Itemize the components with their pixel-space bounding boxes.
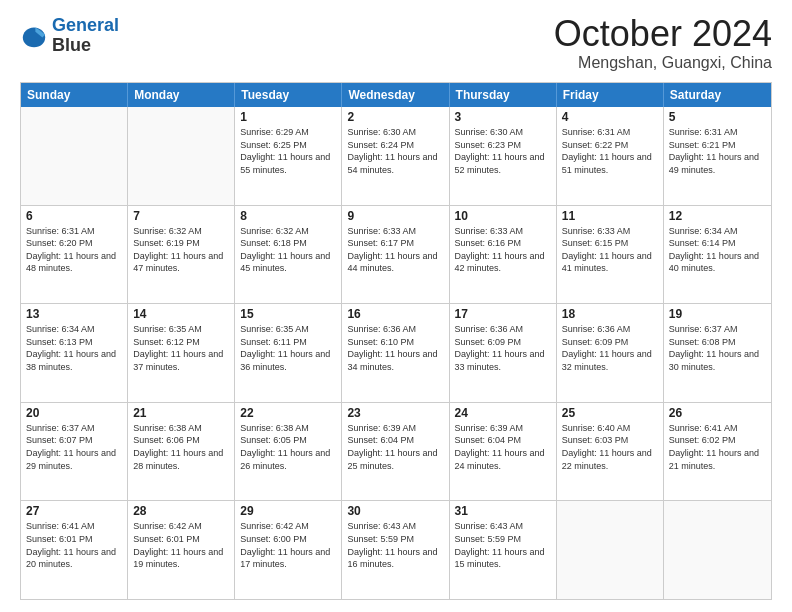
- calendar-row: 13Sunrise: 6:34 AM Sunset: 6:13 PM Dayli…: [21, 303, 771, 402]
- day-info: Sunrise: 6:35 AM Sunset: 6:11 PM Dayligh…: [240, 323, 336, 373]
- day-info: Sunrise: 6:33 AM Sunset: 6:17 PM Dayligh…: [347, 225, 443, 275]
- calendar-header-cell: Tuesday: [235, 83, 342, 107]
- day-info: Sunrise: 6:31 AM Sunset: 6:22 PM Dayligh…: [562, 126, 658, 176]
- day-info: Sunrise: 6:33 AM Sunset: 6:15 PM Dayligh…: [562, 225, 658, 275]
- calendar-cell: 17Sunrise: 6:36 AM Sunset: 6:09 PM Dayli…: [450, 304, 557, 402]
- day-info: Sunrise: 6:39 AM Sunset: 6:04 PM Dayligh…: [455, 422, 551, 472]
- calendar-header-cell: Saturday: [664, 83, 771, 107]
- calendar-cell: 3Sunrise: 6:30 AM Sunset: 6:23 PM Daylig…: [450, 107, 557, 205]
- day-number: 30: [347, 504, 443, 518]
- day-number: 31: [455, 504, 551, 518]
- calendar-cell: 13Sunrise: 6:34 AM Sunset: 6:13 PM Dayli…: [21, 304, 128, 402]
- day-info: Sunrise: 6:41 AM Sunset: 6:01 PM Dayligh…: [26, 520, 122, 570]
- calendar-body: 1Sunrise: 6:29 AM Sunset: 6:25 PM Daylig…: [21, 107, 771, 599]
- day-number: 16: [347, 307, 443, 321]
- day-number: 27: [26, 504, 122, 518]
- calendar-cell: 30Sunrise: 6:43 AM Sunset: 5:59 PM Dayli…: [342, 501, 449, 599]
- day-number: 21: [133, 406, 229, 420]
- day-number: 12: [669, 209, 766, 223]
- day-number: 6: [26, 209, 122, 223]
- logo-line1: General: [52, 15, 119, 35]
- page: General Blue October 2024 Mengshan, Guan…: [0, 0, 792, 612]
- day-info: Sunrise: 6:34 AM Sunset: 6:14 PM Dayligh…: [669, 225, 766, 275]
- day-info: Sunrise: 6:38 AM Sunset: 6:06 PM Dayligh…: [133, 422, 229, 472]
- day-info: Sunrise: 6:29 AM Sunset: 6:25 PM Dayligh…: [240, 126, 336, 176]
- day-number: 26: [669, 406, 766, 420]
- calendar-header-cell: Thursday: [450, 83, 557, 107]
- day-number: 22: [240, 406, 336, 420]
- calendar-cell: 27Sunrise: 6:41 AM Sunset: 6:01 PM Dayli…: [21, 501, 128, 599]
- day-info: Sunrise: 6:42 AM Sunset: 6:01 PM Dayligh…: [133, 520, 229, 570]
- day-info: Sunrise: 6:35 AM Sunset: 6:12 PM Dayligh…: [133, 323, 229, 373]
- day-number: 7: [133, 209, 229, 223]
- day-number: 23: [347, 406, 443, 420]
- calendar-cell: 10Sunrise: 6:33 AM Sunset: 6:16 PM Dayli…: [450, 206, 557, 304]
- calendar-cell: 19Sunrise: 6:37 AM Sunset: 6:08 PM Dayli…: [664, 304, 771, 402]
- calendar-header-cell: Friday: [557, 83, 664, 107]
- day-info: Sunrise: 6:42 AM Sunset: 6:00 PM Dayligh…: [240, 520, 336, 570]
- calendar-row: 6Sunrise: 6:31 AM Sunset: 6:20 PM Daylig…: [21, 205, 771, 304]
- day-number: 19: [669, 307, 766, 321]
- calendar-cell: 11Sunrise: 6:33 AM Sunset: 6:15 PM Dayli…: [557, 206, 664, 304]
- logo-icon: [20, 22, 48, 50]
- calendar-cell: 12Sunrise: 6:34 AM Sunset: 6:14 PM Dayli…: [664, 206, 771, 304]
- day-number: 14: [133, 307, 229, 321]
- day-info: Sunrise: 6:30 AM Sunset: 6:23 PM Dayligh…: [455, 126, 551, 176]
- day-number: 1: [240, 110, 336, 124]
- day-number: 9: [347, 209, 443, 223]
- calendar-cell: 29Sunrise: 6:42 AM Sunset: 6:00 PM Dayli…: [235, 501, 342, 599]
- day-number: 20: [26, 406, 122, 420]
- day-info: Sunrise: 6:36 AM Sunset: 6:10 PM Dayligh…: [347, 323, 443, 373]
- month-title: October 2024: [554, 16, 772, 52]
- calendar-cell: 28Sunrise: 6:42 AM Sunset: 6:01 PM Dayli…: [128, 501, 235, 599]
- calendar-header-row: SundayMondayTuesdayWednesdayThursdayFrid…: [21, 83, 771, 107]
- header: General Blue October 2024 Mengshan, Guan…: [20, 16, 772, 72]
- day-info: Sunrise: 6:37 AM Sunset: 6:08 PM Dayligh…: [669, 323, 766, 373]
- logo-line2: Blue: [52, 36, 119, 56]
- day-info: Sunrise: 6:38 AM Sunset: 6:05 PM Dayligh…: [240, 422, 336, 472]
- calendar-header-cell: Monday: [128, 83, 235, 107]
- calendar-header-cell: Sunday: [21, 83, 128, 107]
- calendar-header-cell: Wednesday: [342, 83, 449, 107]
- calendar-cell: 6Sunrise: 6:31 AM Sunset: 6:20 PM Daylig…: [21, 206, 128, 304]
- calendar-cell: 16Sunrise: 6:36 AM Sunset: 6:10 PM Dayli…: [342, 304, 449, 402]
- calendar-cell: 9Sunrise: 6:33 AM Sunset: 6:17 PM Daylig…: [342, 206, 449, 304]
- day-number: 29: [240, 504, 336, 518]
- day-info: Sunrise: 6:31 AM Sunset: 6:21 PM Dayligh…: [669, 126, 766, 176]
- calendar-cell: 1Sunrise: 6:29 AM Sunset: 6:25 PM Daylig…: [235, 107, 342, 205]
- calendar-cell: 18Sunrise: 6:36 AM Sunset: 6:09 PM Dayli…: [557, 304, 664, 402]
- day-info: Sunrise: 6:43 AM Sunset: 5:59 PM Dayligh…: [455, 520, 551, 570]
- calendar-cell: 26Sunrise: 6:41 AM Sunset: 6:02 PM Dayli…: [664, 403, 771, 501]
- day-number: 13: [26, 307, 122, 321]
- day-number: 18: [562, 307, 658, 321]
- day-info: Sunrise: 6:30 AM Sunset: 6:24 PM Dayligh…: [347, 126, 443, 176]
- day-info: Sunrise: 6:41 AM Sunset: 6:02 PM Dayligh…: [669, 422, 766, 472]
- day-number: 24: [455, 406, 551, 420]
- calendar-cell: 31Sunrise: 6:43 AM Sunset: 5:59 PM Dayli…: [450, 501, 557, 599]
- calendar-cell: [664, 501, 771, 599]
- calendar-cell: 25Sunrise: 6:40 AM Sunset: 6:03 PM Dayli…: [557, 403, 664, 501]
- calendar: SundayMondayTuesdayWednesdayThursdayFrid…: [20, 82, 772, 600]
- calendar-row: 20Sunrise: 6:37 AM Sunset: 6:07 PM Dayli…: [21, 402, 771, 501]
- day-number: 17: [455, 307, 551, 321]
- day-info: Sunrise: 6:36 AM Sunset: 6:09 PM Dayligh…: [562, 323, 658, 373]
- day-info: Sunrise: 6:32 AM Sunset: 6:18 PM Dayligh…: [240, 225, 336, 275]
- calendar-cell: 8Sunrise: 6:32 AM Sunset: 6:18 PM Daylig…: [235, 206, 342, 304]
- day-info: Sunrise: 6:40 AM Sunset: 6:03 PM Dayligh…: [562, 422, 658, 472]
- title-block: October 2024 Mengshan, Guangxi, China: [554, 16, 772, 72]
- calendar-cell: 22Sunrise: 6:38 AM Sunset: 6:05 PM Dayli…: [235, 403, 342, 501]
- calendar-cell: [21, 107, 128, 205]
- calendar-cell: 20Sunrise: 6:37 AM Sunset: 6:07 PM Dayli…: [21, 403, 128, 501]
- calendar-cell: 21Sunrise: 6:38 AM Sunset: 6:06 PM Dayli…: [128, 403, 235, 501]
- calendar-cell: 24Sunrise: 6:39 AM Sunset: 6:04 PM Dayli…: [450, 403, 557, 501]
- calendar-cell: 2Sunrise: 6:30 AM Sunset: 6:24 PM Daylig…: [342, 107, 449, 205]
- day-info: Sunrise: 6:43 AM Sunset: 5:59 PM Dayligh…: [347, 520, 443, 570]
- logo: General Blue: [20, 16, 119, 56]
- calendar-row: 1Sunrise: 6:29 AM Sunset: 6:25 PM Daylig…: [21, 107, 771, 205]
- day-number: 10: [455, 209, 551, 223]
- calendar-cell: [557, 501, 664, 599]
- day-info: Sunrise: 6:34 AM Sunset: 6:13 PM Dayligh…: [26, 323, 122, 373]
- calendar-cell: 14Sunrise: 6:35 AM Sunset: 6:12 PM Dayli…: [128, 304, 235, 402]
- day-info: Sunrise: 6:39 AM Sunset: 6:04 PM Dayligh…: [347, 422, 443, 472]
- location: Mengshan, Guangxi, China: [554, 54, 772, 72]
